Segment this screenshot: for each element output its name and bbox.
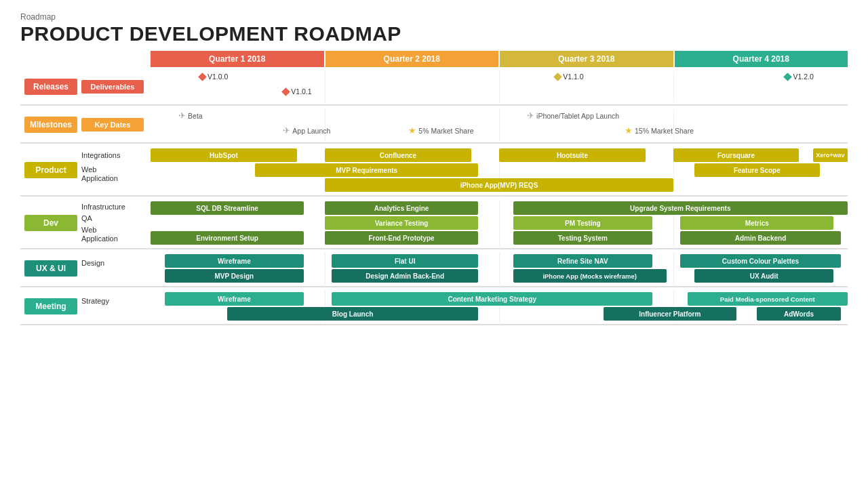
meeting-sub-col: Strategy <box>81 291 151 322</box>
product-mvp-row: MVP Requirements Feature Scope <box>151 163 848 177</box>
webapp-sublabel: WebApplication <box>81 165 151 183</box>
uxui-content: Wireframe Flat UI Refine Site NAV Custom… <box>151 253 848 284</box>
product-content: HubSpot Confluence Hootsuite Foursquare … <box>151 147 848 193</box>
v110-item: V1.1.0 <box>555 73 583 81</box>
product-integrations-row: HubSpot Confluence Hootsuite Foursquare … <box>151 148 848 162</box>
product-iphone-row: iPhone App(MVP) REQS <box>151 178 848 192</box>
beta-item: ✈ Beta <box>178 110 203 121</box>
releases-section: Releases Deliverables V1.0.0 <box>20 69 848 106</box>
milestones-row-2: ✈ App Launch ★ 5% Market Share ★ 15% Mar… <box>151 125 848 139</box>
uxui-section: UX & UI Design Wireframe Flat UI Refine … <box>20 251 848 287</box>
page-title: PRODUCT DEVELOPMENT ROADMAP <box>20 22 848 45</box>
quarters-header-row: Quarter 1 2018 Quarter 2 2018 Quarter 3 … <box>151 51 848 67</box>
infrastructure-sublabel: Infrastructure <box>81 203 151 211</box>
dev-infra-row: SQL DB Streamline Analytics Engine Upgra… <box>151 201 848 215</box>
q3-header: Quarter 3 2018 <box>500 51 673 67</box>
dev-section-label-col: Dev <box>20 200 81 246</box>
dev-qa-row: Variance Testing PM Testing Metrics <box>151 216 848 230</box>
product-sub-col: Integrations WebApplication <box>81 147 151 193</box>
milestones-section-label-col: Milestones <box>20 109 81 140</box>
milestones-sub-col: Key Dates <box>81 109 151 140</box>
product-label: Product <box>24 162 77 178</box>
releases-row-2: V1.0.1 <box>151 87 848 101</box>
dev-label: Dev <box>24 215 77 231</box>
deliverables-label: Deliverables <box>81 80 144 94</box>
releases-label: Releases <box>24 79 77 95</box>
design-sublabel: Design <box>81 259 151 267</box>
meeting-label: Meeting <box>24 298 77 314</box>
uxui-label: UX & UI <box>24 260 77 277</box>
market-share-5-item: ★ 5% Market Share <box>408 125 473 136</box>
roadmap-container: Quarter 1 2018 Quarter 2 2018 Quarter 3 … <box>20 51 848 325</box>
releases-sub-col: Deliverables <box>81 71 151 102</box>
q4-header: Quarter 4 2018 <box>675 51 848 67</box>
milestones-content: ✈ Beta ✈ iPhone/Tablet App Launch ✈ App … <box>151 109 848 140</box>
dev-section: Dev Infrastructure QA WebApplication SQL… <box>20 198 848 249</box>
uxui-design-row2: MVP Design Design Admin Back-End iPhone … <box>151 269 848 283</box>
v100-item: V1.0.0 <box>199 73 228 81</box>
q2-header: Quarter 2 2018 <box>326 51 499 67</box>
app-launch-item: ✈ App Launch <box>283 125 330 136</box>
milestones-row-1: ✈ Beta ✈ iPhone/Tablet App Launch <box>151 110 848 124</box>
product-section-label-col: Product <box>20 147 81 193</box>
integrations-sublabel: Integrations <box>81 151 151 159</box>
meeting-content: Wireframe Content Marketing Strategy Pai… <box>151 291 848 322</box>
milestones-label: Milestones <box>24 117 77 133</box>
product-section: Product Integrations WebApplication HubS… <box>20 145 848 197</box>
strategy-sublabel: Strategy <box>81 297 151 305</box>
uxui-section-label-col: UX & UI <box>20 253 81 284</box>
dev-content: SQL DB Streamline Analytics Engine Upgra… <box>151 200 848 246</box>
header-label: Roadmap <box>20 12 848 22</box>
releases-section-label-col: Releases <box>20 71 81 102</box>
uxui-sub-col: Design <box>81 253 151 284</box>
meeting-section: Meeting Strategy Wireframe Content Marke… <box>20 289 848 325</box>
v101-item: V1.0.1 <box>283 87 311 96</box>
dev-webapp-sublabel: WebApplication <box>81 226 151 243</box>
dev-webapp-row: Environment Setup Front-End Prototype Te… <box>151 231 848 245</box>
releases-row-1: V1.0.0 V1.1.0 V1.2.0 <box>151 73 848 86</box>
releases-content: V1.0.0 V1.1.0 V1.2.0 V1.0.1 <box>151 71 848 102</box>
meeting-strategy-row2: Blog Launch Influencer Platform AdWords <box>151 307 848 321</box>
market-share-15-item: ★ 15% Market Share <box>625 125 694 136</box>
milestones-section: Milestones Key Dates ✈ Beta ✈ iPhone/T <box>20 107 848 144</box>
keydates-label: Key Dates <box>81 118 144 131</box>
iphone-launch-item: ✈ iPhone/Tablet App Launch <box>527 110 619 121</box>
uxui-design-row1: Wireframe Flat UI Refine Site NAV Custom… <box>151 254 848 268</box>
qa-sublabel: QA <box>81 214 151 222</box>
q1-header: Quarter 1 2018 <box>151 51 324 67</box>
dev-sub-col: Infrastructure QA WebApplication <box>81 200 151 246</box>
v120-item: V1.2.0 <box>785 73 813 81</box>
meeting-section-label-col: Meeting <box>20 291 81 322</box>
page: Roadmap PRODUCT DEVELOPMENT ROADMAP Quar… <box>0 0 868 488</box>
meeting-strategy-row1: Wireframe Content Marketing Strategy Pai… <box>151 292 848 306</box>
